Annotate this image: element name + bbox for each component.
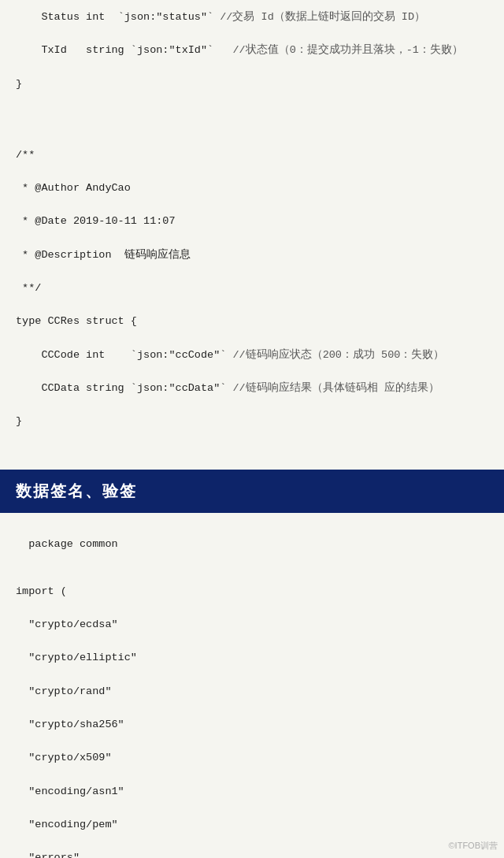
code-line: "crypto/elliptic" (16, 648, 488, 667)
code-line: import ( (16, 582, 488, 601)
code-line: TxId string `json:"txId"` //状态值（0：提交成功并且… (16, 41, 488, 60)
code-line: * @Author AndyCao (16, 179, 488, 198)
watermark: ©ITFOB训营 (449, 840, 498, 852)
blank-line (16, 734, 488, 748)
blank-line (16, 768, 488, 782)
blank-line (16, 117, 488, 132)
code-block-1: Status int `json:"status"` //交易 Id（数据上链时… (0, 0, 504, 110)
code-block-2: /** * @Author AndyCao * @Date 2019-10-11… (0, 110, 504, 462)
section-header: 数据签名、验签 (0, 470, 504, 513)
blank-line (16, 332, 488, 346)
blank-line (16, 298, 488, 312)
blank-line (16, 432, 488, 446)
blank-line (16, 61, 488, 75)
code-line: **/ (16, 279, 488, 298)
code-line: type CCRes struct { (16, 312, 488, 331)
blank-line (16, 634, 488, 648)
code-line: * @Description 链码响应信息 (16, 246, 488, 265)
code-line: CCData string `json:"ccData"` //链码响应结果（具… (16, 379, 488, 398)
blank-line (16, 132, 488, 146)
blank-line (16, 601, 488, 615)
blank-line (16, 265, 488, 279)
code-line: package common (16, 535, 488, 554)
code-line: "crypto/ecdsa" (16, 615, 488, 634)
blank-line (16, 834, 488, 849)
blank-line (16, 165, 488, 179)
code-line: /** (16, 146, 488, 165)
code-line: "crypto/x509" (16, 748, 488, 767)
blank-line (16, 232, 488, 246)
blank-line (16, 365, 488, 379)
blank-line (16, 554, 488, 568)
section-title: 数据签名、验签 (16, 482, 137, 500)
code-line: "encoding/asn1" (16, 782, 488, 801)
blank-line (16, 568, 488, 582)
blank-line (16, 801, 488, 815)
blank-line (16, 27, 488, 41)
code-line: Status int `json:"status"` //交易 Id（数据上链时… (16, 8, 488, 27)
code-line: "encoding/pem" (16, 815, 488, 834)
code-line: } (16, 412, 488, 431)
code-line: "crypto/rand" (16, 682, 488, 701)
blank-line (16, 701, 488, 715)
code-block-3: package common import ( "crypto/ecdsa" "… (0, 513, 504, 858)
blank-line (16, 398, 488, 412)
code-line: * @Date 2019-10-11 11:07 (16, 212, 488, 231)
blank-line (16, 521, 488, 535)
code-line: CCCode int `json:"ccCode"` //链码响应状态（200：… (16, 346, 488, 365)
code-line: "errors" (16, 849, 488, 858)
blank-line (16, 198, 488, 212)
code-line: "crypto/sha256" (16, 715, 488, 734)
blank-line (16, 668, 488, 682)
code-line: } (16, 75, 488, 94)
